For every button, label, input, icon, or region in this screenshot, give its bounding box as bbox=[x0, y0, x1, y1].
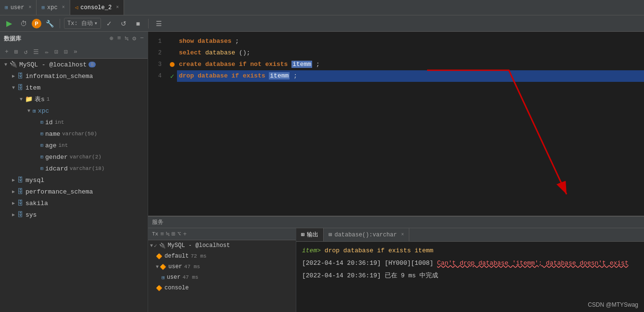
sidebar-refresh-btn[interactable]: ↺ bbox=[22, 47, 30, 57]
tree-perf-schema[interactable]: ▶ 🗄 performance_schema bbox=[0, 186, 148, 197]
tree-arrow-info: ▶ bbox=[10, 73, 17, 79]
output-command-line: item> drop database if exists itemm bbox=[302, 245, 638, 257]
sidebar-view-btn[interactable]: ⊡ bbox=[52, 47, 60, 57]
tab-console2[interactable]: ◁ console_2 × bbox=[70, 0, 124, 15]
console-label-bottom: console bbox=[164, 285, 189, 291]
database-tab-icon: ⊞ bbox=[328, 231, 332, 238]
wrench-button[interactable]: 🔧 bbox=[43, 17, 56, 30]
tree-xpc-table[interactable]: ▼ ⊞ xpc bbox=[0, 105, 148, 117]
tree-col-name[interactable]: ⊞ name varchar(50) bbox=[0, 128, 148, 140]
stop-button[interactable]: ■ bbox=[132, 17, 144, 30]
col-id-type: int bbox=[55, 119, 64, 125]
sidebar-icon-sort[interactable]: ≒ bbox=[125, 35, 129, 42]
tree-mysql-db[interactable]: ▶ 🗄 mysql bbox=[0, 174, 148, 186]
sidebar-view2-btn[interactable]: ⊡ bbox=[62, 47, 70, 57]
format-button[interactable]: ☰ bbox=[152, 17, 165, 30]
line-content-1: show databases ; bbox=[177, 36, 644, 47]
tab-user-label: user bbox=[11, 4, 25, 11]
tab-user-close[interactable]: × bbox=[28, 5, 31, 10]
sidebar-tree: ▼ 🔌 MySQL - @localhost 8 ▶ 🗄 information… bbox=[0, 59, 148, 312]
line-content-2: select database (); bbox=[177, 47, 644, 59]
bottom-add-btn[interactable]: + bbox=[183, 231, 187, 238]
history-button[interactable]: ⏱ bbox=[17, 17, 30, 30]
output-error-line: [2022-04-14 20:36:19] [HY000][1008] Can'… bbox=[302, 257, 638, 270]
sidebar: 数据库 ⊕ ≡ ≒ ⚙ − + ⊞ ↺ ☰ ✏ ⊡ ⊡ » ▼ 🔌 MySQL bbox=[0, 32, 148, 312]
bottom-tree-connection[interactable]: ▼ ✓ 🔌 MySQL - @localhost bbox=[148, 240, 296, 251]
bottom-sort2-btn[interactable]: ≒ bbox=[166, 230, 170, 238]
tab-xpc-close[interactable]: × bbox=[62, 5, 65, 10]
sidebar-edit-btn[interactable]: ✏ bbox=[43, 47, 51, 57]
database-tab-close[interactable]: × bbox=[401, 232, 404, 237]
sidebar-icon-globe[interactable]: ⊕ bbox=[110, 35, 114, 42]
table-icon-user-bottom: ⊞ bbox=[162, 274, 165, 281]
table-icon-xpc: ⊞ bbox=[41, 4, 45, 11]
tree-item-db[interactable]: ▼ 🗄 item bbox=[0, 82, 148, 93]
bottom-split-btn[interactable]: ⌥ bbox=[177, 230, 181, 238]
semicolon-4: ; bbox=[293, 72, 297, 79]
user-label-bottom: user bbox=[168, 263, 182, 270]
tree-col-gender[interactable]: ⊞ gender varchar(2) bbox=[0, 151, 148, 163]
revert-button[interactable]: ↺ bbox=[117, 17, 130, 30]
bottom-tree-console[interactable]: 🔶 console bbox=[148, 283, 296, 293]
bottom-table-btn[interactable]: ⊞ bbox=[172, 230, 176, 238]
db-icon-default: 🔶 bbox=[156, 253, 163, 260]
kw-if-3: if bbox=[239, 61, 247, 68]
check-button[interactable]: ✓ bbox=[103, 17, 115, 30]
tx-dropdown[interactable]: Tx: 自动 ▾ bbox=[64, 18, 101, 29]
output-tab-database[interactable]: ⊞ database():varchar × bbox=[324, 228, 409, 241]
sidebar-icon-gear[interactable]: ⚙ bbox=[132, 35, 136, 42]
kw-create: create bbox=[179, 61, 202, 68]
line-gutter-4: ✓ bbox=[167, 72, 177, 80]
tree-sys-db[interactable]: ▶ 🗄 sys bbox=[0, 209, 148, 221]
code-editor[interactable]: 1 show databases ; 2 select bbox=[148, 32, 644, 216]
connection-label: MySQL - @localhost bbox=[19, 61, 87, 68]
output-tab-output[interactable]: ⊞ 输出 bbox=[296, 228, 324, 241]
tree-information-schema[interactable]: ▶ 🗄 information_schema bbox=[0, 70, 148, 82]
p-button[interactable]: P bbox=[32, 19, 41, 28]
db-icon-perf: 🗄 bbox=[17, 188, 24, 195]
tab-bar: ⊞ user × ⊞ xpc × ◁ console_2 × bbox=[0, 0, 644, 15]
tab-xpc[interactable]: ⊞ xpc × bbox=[37, 0, 70, 15]
run-button[interactable]: ▶ bbox=[3, 17, 15, 30]
sidebar-filter-btn[interactable]: ☰ bbox=[31, 47, 41, 57]
tab-console2-close[interactable]: × bbox=[116, 5, 119, 10]
sidebar-icon-minus[interactable]: − bbox=[140, 35, 144, 42]
user-timing: 47 ms bbox=[184, 264, 200, 270]
default-timing: 72 ms bbox=[190, 253, 206, 259]
col-age-type: int bbox=[58, 143, 68, 148]
sidebar-more-btn[interactable]: » bbox=[72, 47, 79, 56]
tree-col-age[interactable]: ⊞ age int bbox=[0, 140, 148, 151]
line-num-1: 1 bbox=[148, 38, 167, 45]
editor-wrapper: 1 show databases ; 2 select bbox=[148, 32, 644, 216]
tab-user[interactable]: ⊞ user × bbox=[0, 0, 37, 15]
col-icon-gender: ⊞ bbox=[40, 154, 43, 160]
bottom-tree-user-table[interactable]: ⊞ user 47 ms bbox=[148, 272, 296, 283]
sidebar-table-btn[interactable]: ⊞ bbox=[13, 47, 20, 57]
sidebar-add-btn[interactable]: + bbox=[3, 47, 11, 56]
tree-col-id[interactable]: ⊞ id int bbox=[0, 117, 148, 128]
output-info-line: [2022-04-14 20:36:19] 已在 9 ms 中完成 bbox=[302, 270, 638, 282]
bottom-tree-default[interactable]: 🔶 default 72 ms bbox=[148, 251, 296, 261]
tree-tables-folder[interactable]: ▼ 📁 表s 1 bbox=[0, 93, 148, 105]
sidebar-icon-list[interactable]: ≡ bbox=[117, 35, 121, 42]
line-gutter-3 bbox=[167, 62, 177, 67]
watermark-text: CSDN @MTYSwag bbox=[588, 301, 638, 308]
user-table-label: user bbox=[167, 274, 181, 281]
itemm-highlight-4: itemm bbox=[269, 72, 290, 79]
output-tab-icon: ⊞ bbox=[301, 231, 304, 238]
col-icon-age: ⊞ bbox=[40, 143, 43, 148]
services-label: 服务 bbox=[148, 217, 644, 228]
tree-sakila-db[interactable]: ▶ 🗄 sakila bbox=[0, 197, 148, 209]
kw-show: show bbox=[179, 38, 194, 45]
info-text: [2022-04-14 20:36:19] 已在 9 ms 中完成 bbox=[302, 272, 438, 279]
bottom-sort-btn[interactable]: ≡ bbox=[160, 231, 164, 238]
table-icon: ⊞ bbox=[5, 4, 8, 11]
line-content-4: drop database if exists itemm ; bbox=[177, 70, 644, 82]
db-icon-sys: 🗄 bbox=[17, 211, 24, 219]
user-table-timing: 47 ms bbox=[182, 274, 198, 280]
bottom-tree-user[interactable]: ▼ 🔶 user 47 ms bbox=[148, 261, 296, 272]
tree-connection[interactable]: ▼ 🔌 MySQL - @localhost 8 bbox=[0, 59, 148, 70]
tree-col-idcard[interactable]: ⊞ idcard varchar(18) bbox=[0, 163, 148, 174]
code-line-1: 1 show databases ; bbox=[148, 36, 644, 47]
editor-toolbar: ▶ ⏱ P 🔧 Tx: 自动 ▾ ✓ ↺ ■ ☰ bbox=[0, 15, 644, 32]
